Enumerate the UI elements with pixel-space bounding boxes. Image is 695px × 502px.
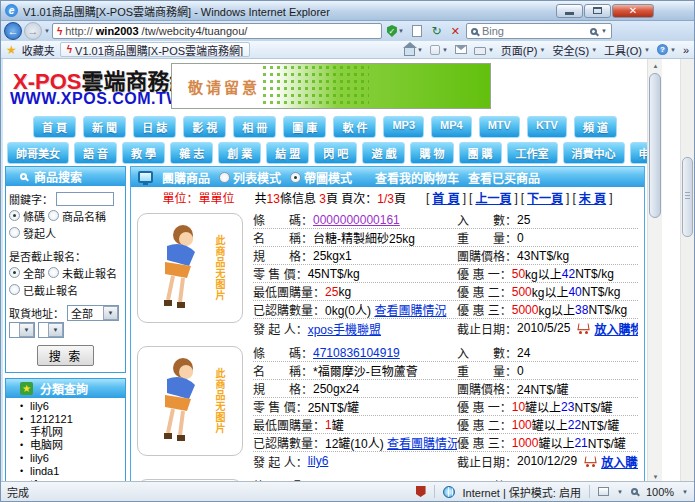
first-page-link[interactable]: 首 頁 <box>432 189 459 206</box>
back-button[interactable]: ← <box>4 22 22 40</box>
inner-scrollbar[interactable]: ▲ ▼ <box>647 59 662 483</box>
pickup-sub-select-2[interactable]: ▼ <box>38 322 64 338</box>
list-mode-option[interactable]: 列表模式 <box>219 169 281 186</box>
nav-blog[interactable]: 日 誌 <box>133 116 176 138</box>
favorites-star-icon[interactable]: ★ <box>6 43 17 57</box>
favorites-label[interactable]: 收藏夹 <box>22 42 55 58</box>
category-item[interactable]: lily6 <box>20 400 125 412</box>
outer-scrollbar[interactable] <box>680 59 694 483</box>
nav-teach[interactable]: 教 學 <box>122 142 165 164</box>
browser-tab[interactable]: ϟ V1.01商品團購[X-POS雲端商務網] <box>60 42 250 57</box>
pickup-sub-select-1[interactable]: ▼ <box>9 322 35 338</box>
radio-initiator[interactable] <box>9 227 20 238</box>
minimize-button[interactable] <box>556 4 583 18</box>
add-to-cart-link[interactable]: 放入購物車 <box>594 320 638 337</box>
compatibility-view-button[interactable] <box>409 23 426 40</box>
stop-button[interactable]: ✕ <box>447 23 464 40</box>
nav-news[interactable]: 新 聞 <box>83 116 126 138</box>
nav-home[interactable]: 首 頁 <box>33 116 76 138</box>
forward-button[interactable]: → <box>24 22 42 40</box>
zoom-level-value[interactable]: 100% <box>646 486 674 498</box>
inner-scrollbar-thumb[interactable] <box>649 73 661 218</box>
view-bought-link[interactable]: 查看已买商品 <box>468 169 540 186</box>
history-dropdown-icon[interactable]: ▼ <box>44 28 50 34</box>
category-item[interactable]: 电脑网 <box>20 439 125 451</box>
product-image[interactable]: 此商品无图片 <box>137 346 243 456</box>
read-mail-button[interactable] <box>455 45 467 54</box>
nav-flash[interactable]: 閃 吧 <box>314 142 357 164</box>
nav-channel[interactable]: 頻 道 <box>574 116 617 138</box>
print-button[interactable]: ▼ <box>474 44 494 55</box>
last-page-link[interactable]: 末 頁 <box>579 189 606 206</box>
keyword-input[interactable] <box>56 192 114 206</box>
image-mode-option[interactable]: 帶圖模式 <box>290 169 352 186</box>
barcode-link[interactable]: 4710836104919 <box>313 346 400 360</box>
radio-all[interactable] <box>9 267 20 278</box>
radio-product-name[interactable] <box>48 210 59 221</box>
zoom-mode-dropdown-icon[interactable]: ▼ <box>617 489 623 495</box>
pickup-dropdown-icon[interactable]: ▼ <box>103 306 118 320</box>
pickup-sub2-dropdown-icon[interactable]: ▼ <box>48 323 63 337</box>
close-button[interactable]: ✕ <box>612 4 654 18</box>
nav-mtv[interactable]: MTV <box>479 116 520 138</box>
safety-menu-button[interactable]: 安全(S)▼ <box>552 42 597 58</box>
product-image[interactable]: 此商品无图片 <box>137 213 243 323</box>
image-mode-radio[interactable] <box>290 172 301 183</box>
nav-software[interactable]: 軟 件 <box>333 116 376 138</box>
radio-barcode[interactable] <box>9 210 20 221</box>
category-item[interactable]: lily6 <box>20 452 125 464</box>
refresh-button[interactable]: ↻ <box>428 23 445 40</box>
nav-shopping[interactable]: 購 物 <box>410 142 453 164</box>
command-overflow-button[interactable]: » <box>683 44 689 56</box>
tools-menu-button[interactable]: 工具(O)▼ <box>604 42 650 58</box>
category-item[interactable]: linda1 <box>20 465 125 477</box>
home-button[interactable]: ▼ <box>404 44 423 56</box>
list-mode-radio[interactable] <box>219 172 230 183</box>
nav-mp3[interactable]: MP3 <box>383 116 424 138</box>
nav-video[interactable]: 影 視 <box>183 116 226 138</box>
nav-apply-service[interactable]: 申請服務 <box>630 142 647 164</box>
page-menu-button[interactable]: 页面(P)▼ <box>501 42 546 58</box>
pickup-sub1-dropdown-icon[interactable]: ▼ <box>19 323 34 337</box>
nav-magazine[interactable]: 雜 志 <box>170 142 213 164</box>
maximize-button[interactable] <box>584 4 611 18</box>
radio-closed[interactable] <box>9 284 20 295</box>
radio-not-closed[interactable] <box>48 267 59 278</box>
smartscreen-alert-icon[interactable] <box>416 486 426 497</box>
scroll-up-icon[interactable]: ▲ <box>650 60 661 71</box>
help-menu-button[interactable]: ?▼ <box>657 44 676 55</box>
zoom-dropdown-icon[interactable]: ▼ <box>682 489 688 495</box>
search-submit-button[interactable]: 搜 索 <box>37 345 94 366</box>
search-go-icon[interactable] <box>590 28 597 35</box>
view-group-status-link[interactable]: 查看團購情況 <box>374 301 446 318</box>
nav-startup[interactable]: 創 業 <box>218 142 261 164</box>
view-group-status-link[interactable]: 查看團購情況 <box>387 434 457 451</box>
nav-ktv[interactable]: KTV <box>527 116 567 138</box>
next-page-link[interactable]: 下一頁 <box>527 189 563 206</box>
category-item[interactable]: 手机网 <box>20 426 125 438</box>
address-input[interactable]: ϟ http://win2003/tw/webcity4/tuangou/ <box>52 23 382 39</box>
search-dropdown-icon[interactable]: ▼ <box>601 28 607 34</box>
safety-shield-button[interactable]: ✓▼ <box>384 23 407 40</box>
add-to-cart-link[interactable]: 放入購物車 <box>601 453 638 470</box>
category-item[interactable]: 1212121 <box>20 413 125 425</box>
initiator-link[interactable]: lily6 <box>308 454 329 468</box>
nav-beauty[interactable]: 帥哥美女 <box>7 142 69 164</box>
initiator-link[interactable]: xpos手機聯盟 <box>308 320 381 337</box>
barcode-link[interactable]: 0000000000161 <box>313 213 400 227</box>
nav-games[interactable]: 遊 戲 <box>362 142 405 164</box>
change-zoom-icon[interactable] <box>598 487 609 496</box>
nav-album[interactable]: 相 冊 <box>233 116 276 138</box>
nav-mp4[interactable]: MP4 <box>431 116 472 138</box>
ad-banner[interactable]: 敬请留意 <box>171 63 491 109</box>
pickup-select[interactable]: 全部▼ <box>67 305 119 321</box>
nav-gallery[interactable]: 圖 庫 <box>283 116 326 138</box>
prev-page-link[interactable]: 上一頁 <box>475 189 511 206</box>
nav-groupbuy[interactable]: 團 購 <box>459 142 502 164</box>
view-my-cart-link[interactable]: 查看我的购物车 <box>375 169 459 186</box>
feeds-button[interactable]: ▼ <box>430 45 448 55</box>
search-input[interactable]: Bing ▼ <box>466 23 612 39</box>
nav-studio[interactable]: 工作室 <box>507 142 558 164</box>
outer-scrollbar-thumb[interactable] <box>682 157 693 237</box>
nav-alliance[interactable]: 結 盟 <box>266 142 309 164</box>
